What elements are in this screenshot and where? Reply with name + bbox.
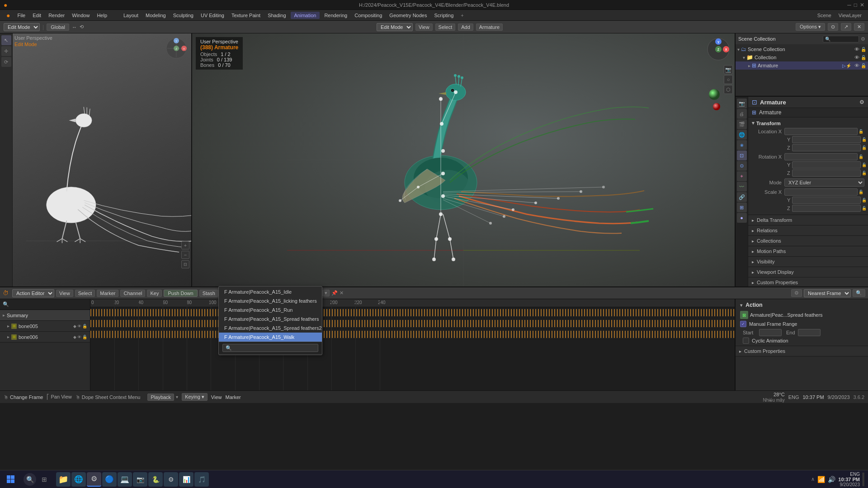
taskbar-extra4[interactable]: ⚙ bbox=[164, 472, 178, 487]
action-pin-btn[interactable]: 📌 bbox=[331, 290, 338, 296]
zoom-out-btn[interactable]: − bbox=[181, 251, 189, 259]
scale-z-input[interactable]: 0.010 bbox=[792, 205, 861, 212]
options-btn[interactable]: Options ▾ bbox=[796, 23, 825, 31]
ws-animation[interactable]: Animation bbox=[291, 12, 320, 19]
left-tool-move[interactable]: ✛ bbox=[1, 46, 11, 56]
taskbar-edge[interactable]: 🌐 bbox=[71, 472, 86, 487]
windows-start[interactable] bbox=[4, 472, 18, 487]
select-menu[interactable]: Select bbox=[435, 23, 456, 31]
viewport-center[interactable]: User Perspective (388) Armature Objects … bbox=[192, 33, 735, 286]
scale-x-input[interactable]: 0.010 bbox=[784, 188, 858, 196]
bone006-eye-btn[interactable]: 👁 bbox=[77, 335, 81, 339]
mode-dropdown[interactable]: XYZ Euler bbox=[784, 178, 864, 187]
nearest-frame-select[interactable]: Nearest Frame bbox=[804, 289, 851, 297]
ws-scripting[interactable]: Scripting bbox=[431, 12, 456, 19]
prop-options-btn[interactable]: ⚙ bbox=[859, 99, 864, 105]
transform-header[interactable]: ▾ Transform bbox=[752, 120, 864, 126]
search-taskbar[interactable]: 🔍 bbox=[24, 473, 36, 486]
collection-lock2[interactable]: 🔓 bbox=[861, 55, 866, 60]
rotation-z-input[interactable]: 0° bbox=[792, 169, 861, 177]
wireframe-btn[interactable]: ⬡ bbox=[724, 85, 733, 94]
ws-layout[interactable]: Layout bbox=[121, 12, 141, 19]
close-x-btn[interactable]: ✕ bbox=[854, 23, 864, 31]
action-close-btn[interactable]: ✕ bbox=[340, 290, 344, 296]
overlay-btn[interactable]: ⊙ bbox=[828, 23, 838, 31]
rotation-y-input[interactable]: 0° bbox=[792, 161, 861, 169]
location-y-input[interactable]: 0 m bbox=[792, 136, 861, 143]
armature-eye[interactable]: 👁 bbox=[854, 63, 859, 68]
menu-window[interactable]: Window bbox=[69, 12, 92, 19]
ws-compositing[interactable]: Compositing bbox=[352, 12, 385, 19]
menu-render[interactable]: Render bbox=[46, 12, 67, 19]
tl-select-btn[interactable]: Select bbox=[75, 290, 95, 297]
tl-snap-btn[interactable]: 🔍 bbox=[853, 289, 865, 297]
add-menu[interactable]: Add bbox=[458, 23, 473, 31]
prop-world-icon[interactable]: ◉ bbox=[737, 140, 747, 150]
tray-chevron[interactable]: ∧ bbox=[811, 476, 815, 482]
location-x-input[interactable]: 0 m bbox=[784, 128, 858, 135]
toolbar-tools[interactable]: ↔ bbox=[72, 24, 77, 30]
rot-y-lock[interactable]: 🔓 bbox=[861, 163, 868, 167]
filter-btn[interactable]: ⚙ bbox=[861, 36, 865, 42]
collection-eye[interactable]: 👁 bbox=[854, 47, 859, 52]
tl-channel-btn[interactable]: Channel bbox=[120, 290, 145, 297]
taskview-btn[interactable]: ⊞ bbox=[38, 473, 51, 486]
loc-x-lock[interactable]: 🔓 bbox=[858, 129, 864, 134]
ws-shading[interactable]: Shading bbox=[265, 12, 288, 19]
keying-btn[interactable]: Keying ▾ bbox=[182, 393, 208, 401]
collections-header[interactable]: ▸ Collections bbox=[748, 236, 868, 246]
ws-geometry[interactable]: Geometry Nodes bbox=[387, 12, 429, 19]
taskbar-extra2[interactable]: 📷 bbox=[133, 472, 147, 487]
prop-data-icon[interactable]: ⊞ bbox=[737, 202, 747, 212]
motion-paths-header[interactable]: ▸ Motion Paths bbox=[748, 246, 868, 256]
ws-modeling[interactable]: Modeling bbox=[143, 12, 169, 19]
dropdown-item-6[interactable]: F Armature|Peacock_A15_Walk bbox=[219, 333, 322, 342]
tray-network[interactable]: 📶 bbox=[817, 476, 825, 483]
ws-add[interactable]: + bbox=[458, 12, 466, 19]
manual-frame-range-toggle[interactable]: ✓ bbox=[740, 321, 746, 327]
menu-file[interactable]: File bbox=[14, 12, 28, 19]
scale-z-lock[interactable]: 🔓 bbox=[861, 206, 868, 211]
tl-marker-btn[interactable]: Marker bbox=[97, 290, 118, 297]
action-browse-btn[interactable]: ▾ bbox=[322, 290, 330, 296]
summary-expand[interactable]: ▸ bbox=[3, 313, 5, 318]
taskbar-chrome[interactable]: 🔵 bbox=[102, 472, 117, 487]
prop-object-icon[interactable]: ⊡ bbox=[737, 150, 747, 160]
edit-mode-select[interactable]: Edit Mode bbox=[377, 23, 413, 31]
viewport-left[interactable]: ↖ ✛ ⟳ bbox=[0, 33, 192, 286]
armature-lock[interactable]: 🔓 bbox=[861, 63, 866, 68]
marker-btn[interactable]: Marker bbox=[225, 394, 241, 400]
nav-gizmo-right[interactable]: Y X Z bbox=[706, 37, 731, 63]
show-desktop-btn[interactable] bbox=[863, 473, 864, 486]
tl-stash-btn[interactable]: Stash bbox=[199, 290, 218, 297]
loc-y-lock[interactable]: 🔓 bbox=[861, 137, 868, 142]
render-btn[interactable]: ○ bbox=[724, 75, 733, 84]
dropdown-item-5[interactable]: F Armature|Peacock_A15_Spread feathers2 bbox=[219, 324, 322, 333]
collection-row[interactable]: ▾ 📁 Collection 👁 🔓 bbox=[736, 53, 868, 61]
ws-texture[interactable]: Texture Paint bbox=[229, 12, 263, 19]
collection-lock[interactable]: 🔓 bbox=[861, 47, 866, 52]
prop-view-icon[interactable]: 🎬 bbox=[737, 119, 747, 129]
dropdown-item-3[interactable]: F Armature|Peacock_A15_Run bbox=[219, 305, 322, 314]
outliner-search[interactable] bbox=[823, 36, 859, 42]
prop-physics-icon[interactable]: 〰 bbox=[737, 182, 747, 192]
bone005-key-btn[interactable]: ◆ bbox=[73, 324, 76, 328]
camera-btn[interactable]: 📷 bbox=[724, 65, 733, 74]
armature-menu[interactable]: Armature bbox=[476, 23, 503, 31]
prop-constraints-icon[interactable]: 🔗 bbox=[737, 192, 747, 202]
ws-rendering[interactable]: Rendering bbox=[321, 12, 350, 19]
bone006-key-btn[interactable]: ◆ bbox=[73, 335, 76, 339]
action-custom-props-header[interactable]: ▸ Custom Properties bbox=[736, 346, 868, 356]
dropdown-item-4[interactable]: F Armature|Peacock_A15_Spread feathers bbox=[219, 314, 322, 324]
left-tool-select[interactable]: ↖ bbox=[1, 35, 11, 45]
zoom-in-btn[interactable]: + bbox=[181, 241, 189, 249]
rot-x-lock[interactable]: 🔓 bbox=[858, 155, 864, 159]
mode-select[interactable]: Edit Mode bbox=[4, 23, 40, 31]
bone005-eye-btn[interactable]: 👁 bbox=[77, 324, 81, 328]
view-menu[interactable]: View bbox=[415, 23, 433, 31]
taskbar-extra6[interactable]: 🎵 bbox=[194, 472, 209, 487]
viewport-display-header[interactable]: ▸ Viewport Display bbox=[748, 267, 868, 277]
timeline-mode-select[interactable]: Action Editor bbox=[12, 289, 54, 297]
bone006-lock-btn[interactable]: 🔓 bbox=[82, 335, 87, 339]
tl-key-btn[interactable]: Key bbox=[147, 290, 162, 297]
